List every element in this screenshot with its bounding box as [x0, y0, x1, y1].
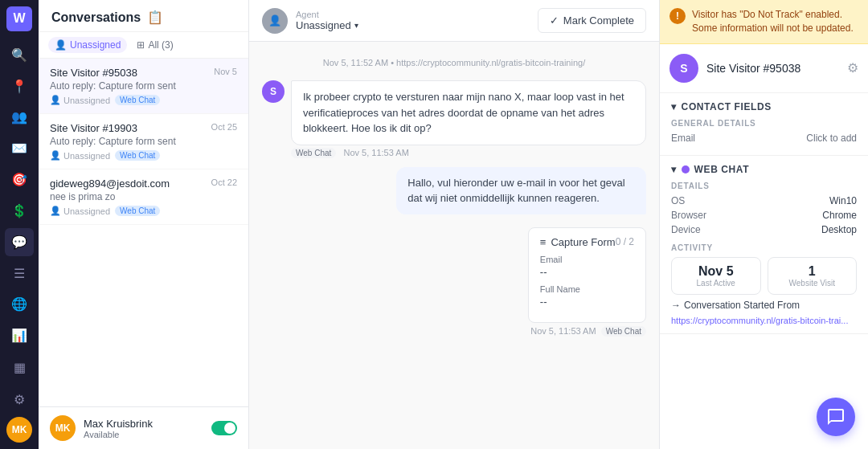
webchat-dot: [682, 165, 690, 173]
settings-icon[interactable]: ⚙: [5, 385, 34, 414]
visitor-message: S Ik probeer crypto te versturen naar mi…: [262, 80, 646, 157]
form-field-fullname: Full Name --: [540, 284, 634, 308]
user-icon: 👤: [50, 206, 61, 216]
chat-area: 👤 Agent Unassigned ▾ ✓ Mark Complete Nov…: [249, 0, 659, 449]
conversations-panel: Conversations 📋 👤 Unassigned ⊞ All (3) S…: [39, 0, 249, 449]
visitor-panel-avatar: S: [669, 54, 698, 83]
user-icon: 👤: [50, 150, 61, 161]
tab-unassigned[interactable]: 👤 Unassigned: [48, 37, 127, 53]
logo[interactable]: W: [6, 6, 32, 31]
list-item[interactable]: Site Visitor #95038 Nov 5 Auto reply: Ca…: [39, 59, 248, 114]
os-field-row: OS Win10: [671, 195, 857, 206]
money-icon[interactable]: 💲: [5, 197, 34, 225]
chart-icon[interactable]: 📊: [5, 321, 34, 349]
form-field-email: Email --: [540, 255, 634, 278]
agent-message: Hallo, vul hieronder uw e-mail in voor h…: [262, 167, 646, 214]
form-icon: ≡: [540, 236, 547, 248]
capture-form-container: ≡ Capture Form 0 / 2 Email -- Full Name …: [262, 224, 646, 336]
agent-bubble: Hallo, vul hieronder uw e-mail in voor h…: [396, 167, 646, 214]
chat-bubble-icon: [826, 407, 845, 427]
arrow-down-icon: ▾: [671, 164, 677, 175]
mark-complete-button[interactable]: ✓ Mark Complete: [538, 8, 646, 33]
last-active-card: Nov 5 Last Active: [671, 257, 761, 295]
globe-icon[interactable]: 🌐: [5, 290, 34, 318]
alert-banner: ! Visitor has "Do Not Track" enabled. So…: [660, 0, 868, 44]
list-icon[interactable]: ☰: [5, 259, 34, 288]
conversations-label: Conversations: [51, 10, 141, 25]
conversations-list: Site Visitor #95038 Nov 5 Auto reply: Ca…: [39, 59, 248, 406]
warning-icon: !: [669, 8, 686, 24]
contact-fields-section: ▾ Contact Fields General Details Email C…: [660, 93, 868, 156]
visitor-bubble: Ik probeer crypto te versturen naar mijn…: [291, 80, 646, 145]
location-icon[interactable]: 📍: [5, 72, 34, 100]
agent-avatar: 👤: [262, 8, 288, 34]
browser-field-row: Browser Chrome: [671, 210, 857, 221]
tab-all[interactable]: ⊞ All (3): [130, 37, 179, 53]
visitor-avatar: S: [262, 80, 285, 103]
chat-messages: Nov 5, 11:52 AM • https://cryptocommunit…: [249, 42, 659, 449]
chat-icon[interactable]: 💬: [5, 228, 34, 256]
user-avatar[interactable]: MK: [6, 417, 32, 443]
capture-form-meta: Nov 5, 11:53 AM Web Chat: [530, 326, 646, 336]
arrow-down-icon: ▾: [671, 101, 677, 112]
panel-icon[interactable]: ▦: [5, 353, 34, 382]
website-visit-card: 1 Website Visit: [768, 257, 858, 295]
sidebar: W 🔍 📍 👥 ✉️ 🎯 💲 💬 ☰ 🌐 📊 ▦ ⚙ MK: [0, 0, 39, 449]
email-field-row: Email Click to add: [671, 133, 857, 144]
capture-form: ≡ Capture Form 0 / 2 Email -- Full Name …: [528, 227, 646, 323]
chat-timestamp: Nov 5, 11:52 AM • https://cryptocommunit…: [262, 58, 646, 67]
all-icon: ⊞: [137, 39, 145, 51]
chat-header: 👤 Agent Unassigned ▾ ✓ Mark Complete: [249, 0, 659, 42]
mail-icon[interactable]: ✉️: [5, 134, 34, 162]
check-icon: ✓: [550, 14, 559, 27]
web-chat-toggle[interactable]: ▾ Web Chat: [671, 164, 857, 175]
settings-icon[interactable]: ⚙: [847, 60, 858, 76]
activity-grid: Nov 5 Last Active 1 Website Visit: [671, 257, 857, 295]
web-chat-section: ▾ Web Chat Details OS Win10 Browser Chro…: [660, 156, 868, 334]
right-panel: ! Visitor has "Do Not Track" enabled. So…: [659, 0, 868, 449]
contacts-icon[interactable]: 👥: [5, 104, 34, 132]
arrow-right-icon: →: [671, 300, 681, 311]
target-icon[interactable]: 🎯: [5, 165, 34, 194]
conversations-header: Conversations 📋: [39, 0, 248, 32]
availability-toggle[interactable]: [211, 421, 237, 435]
device-field-row: Device Desktop: [671, 224, 857, 235]
unassigned-icon: 👤: [55, 39, 67, 51]
conversations-title: Conversations 📋: [51, 10, 235, 25]
user-footer-avatar: MK: [50, 415, 76, 441]
user-icon: 👤: [50, 95, 61, 105]
chevron-down-icon: ▾: [354, 21, 358, 30]
conv-started-link[interactable]: https://cryptocommunity.nl/gratis-bitcoi…: [671, 316, 857, 325]
message-meta: Web Chat Nov 5, 11:53 AM: [291, 148, 646, 157]
visitor-header: S Site Visitor #95038 ⚙: [660, 44, 868, 93]
list-item[interactable]: Site Visitor #19903 Oct 25 Auto reply: C…: [39, 114, 248, 169]
conversations-tabs: 👤 Unassigned ⊞ All (3): [39, 32, 248, 59]
user-footer: MK Max Kruisbrink Available: [39, 406, 248, 449]
conversations-icon: 📋: [147, 10, 163, 25]
contact-fields-toggle[interactable]: ▾ Contact Fields: [671, 101, 857, 112]
list-item[interactable]: gideweg894@jesdoit.com Oct 22 nee is pri…: [39, 169, 248, 225]
chat-bubble-button[interactable]: [817, 398, 855, 436]
search-icon[interactable]: 🔍: [5, 41, 34, 69]
